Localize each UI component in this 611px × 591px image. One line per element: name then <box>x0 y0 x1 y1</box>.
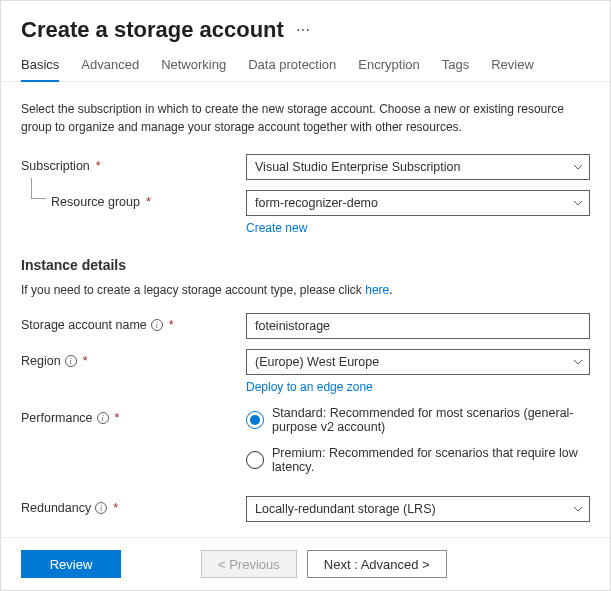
chevron-down-icon <box>573 164 583 170</box>
tab-tags[interactable]: Tags <box>442 57 469 82</box>
previous-button: < Previous <box>201 550 297 578</box>
tab-review[interactable]: Review <box>491 57 534 82</box>
subscription-label: Subscription* <box>21 154 246 173</box>
tab-encryption[interactable]: Encryption <box>358 57 419 82</box>
info-icon[interactable]: i <box>97 412 109 424</box>
performance-label: Performance i * <box>21 406 246 425</box>
review-button[interactable]: Review <box>21 550 121 578</box>
chevron-down-icon <box>573 506 583 512</box>
resource-group-label: Resource group* <box>21 190 246 209</box>
intro-text: Select the subscription in which to crea… <box>21 100 590 136</box>
page-title: Create a storage account <box>21 17 284 43</box>
next-button[interactable]: Next : Advanced > <box>307 550 447 578</box>
chevron-down-icon <box>573 200 583 206</box>
instance-details-heading: Instance details <box>21 257 590 273</box>
info-icon[interactable]: i <box>151 319 163 331</box>
subscription-select[interactable]: Visual Studio Enterprise Subscription <box>246 154 590 180</box>
tabs: Basics Advanced Networking Data protecti… <box>1 51 610 82</box>
storage-name-label: Storage account name i * <box>21 313 246 332</box>
performance-premium-radio[interactable] <box>246 451 264 469</box>
performance-premium-label: Premium: Recommended for scenarios that … <box>272 446 590 474</box>
tab-data-protection[interactable]: Data protection <box>248 57 336 82</box>
chevron-down-icon <box>573 359 583 365</box>
storage-name-input[interactable] <box>246 313 590 339</box>
tab-networking[interactable]: Networking <box>161 57 226 82</box>
info-icon[interactable]: i <box>95 502 107 514</box>
redundancy-label: Redundancy i * <box>21 496 246 515</box>
deploy-edge-link[interactable]: Deploy to an edge zone <box>246 380 373 394</box>
tab-advanced[interactable]: Advanced <box>81 57 139 82</box>
create-new-link[interactable]: Create new <box>246 221 307 235</box>
redundancy-select[interactable]: Locally-redundant storage (LRS) <box>246 496 590 522</box>
footer: Review < Previous Next : Advanced > <box>1 537 610 590</box>
more-icon[interactable]: ⋯ <box>296 22 311 38</box>
info-icon[interactable]: i <box>65 355 77 367</box>
performance-standard-label: Standard: Recommended for most scenarios… <box>272 406 590 434</box>
resource-group-select[interactable]: form-recognizer-demo <box>246 190 590 216</box>
region-select[interactable]: (Europe) West Europe <box>246 349 590 375</box>
region-label: Region i * <box>21 349 246 368</box>
legacy-note: If you need to create a legacy storage a… <box>21 283 590 297</box>
performance-standard-radio[interactable] <box>246 411 264 429</box>
tab-basics[interactable]: Basics <box>21 57 59 82</box>
legacy-here-link[interactable]: here <box>365 283 389 297</box>
